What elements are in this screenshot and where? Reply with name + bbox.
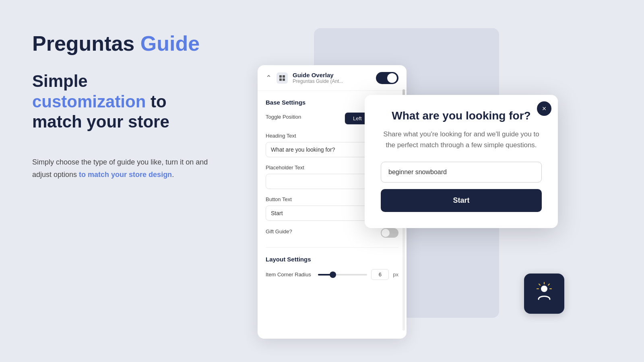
subheadline: Simple customization tomatch your store <box>32 71 242 132</box>
modal-title: What are you looking for? <box>381 109 542 122</box>
headline-part1: Preguntas <box>32 32 140 55</box>
svg-point-4 <box>541 286 547 292</box>
corner-radius-value-input[interactable] <box>371 269 389 280</box>
gift-guide-toggle[interactable] <box>381 228 398 238</box>
description: Simply choose the type of guide you like… <box>32 156 217 181</box>
corner-radius-unit: px <box>393 272 398 278</box>
panel-header-text: Guide Overlay Preguntas Guide (Ant... <box>293 72 371 84</box>
corner-radius-row: Item Corner Radius px <box>266 269 398 280</box>
modal-start-label: Start <box>453 196 469 204</box>
gift-guide-row: Gift Guide? <box>266 228 398 238</box>
svg-rect-3 <box>283 78 285 81</box>
guide-overlay-toggle[interactable] <box>376 72 398 84</box>
panel-header-icon <box>277 72 288 84</box>
headline-highlight: Guide <box>140 32 200 55</box>
svg-line-8 <box>539 284 540 285</box>
toggle-position-label: Toggle Position <box>266 114 301 120</box>
chevron-up-icon[interactable]: ⌃ <box>266 74 272 82</box>
panel-title: Guide Overlay <box>293 72 371 78</box>
gift-guide-label: Gift Guide? <box>266 228 292 234</box>
slider-container: px <box>318 269 398 280</box>
svg-rect-1 <box>283 75 285 78</box>
panel-subtitle: Preguntas Guide (Ant... <box>293 78 371 84</box>
panel-header: ⌃ Guide Overlay Preguntas Guide (Ant... <box>258 65 407 91</box>
left-section: Preguntas Guide Simple customization tom… <box>32 32 242 181</box>
svg-line-6 <box>548 284 549 285</box>
modal-search-input[interactable] <box>381 162 542 183</box>
preview-modal: × What are you looking for? Share what y… <box>365 95 558 228</box>
subheadline-highlight: customization <box>32 92 146 111</box>
description-end: . <box>172 171 174 179</box>
main-headline: Preguntas Guide <box>32 32 242 55</box>
close-icon: × <box>542 105 547 113</box>
person-lightbulb-icon <box>532 282 556 306</box>
description-bold: to match your store design <box>79 171 172 179</box>
modal-close-button[interactable]: × <box>537 101 551 116</box>
modal-start-button[interactable]: Start <box>381 189 542 212</box>
layout-settings-title: Layout Settings <box>266 256 398 263</box>
modal-description: Share what you're looking for and we'll … <box>381 129 542 150</box>
slider-track[interactable] <box>318 274 367 276</box>
svg-rect-0 <box>279 75 282 78</box>
icon-widget-button[interactable] <box>524 274 564 314</box>
slider-fill <box>318 274 330 276</box>
layout-divider <box>266 247 398 248</box>
slider-thumb[interactable] <box>330 272 336 278</box>
svg-rect-2 <box>279 78 282 81</box>
corner-radius-label: Item Corner Radius <box>266 272 314 278</box>
